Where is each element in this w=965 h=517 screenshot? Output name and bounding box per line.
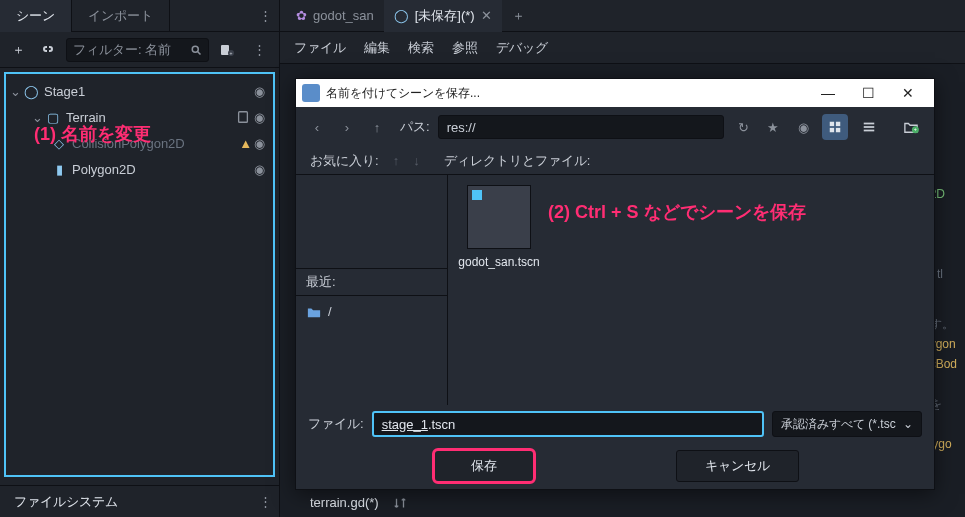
svg-text:+: + — [914, 126, 917, 132]
refresh-icon[interactable]: ↻ — [732, 116, 754, 138]
favorite-icon[interactable]: ★ — [762, 116, 784, 138]
visibility-icon[interactable]: ◉ — [252, 84, 267, 99]
character-icon: ✿ — [296, 8, 307, 23]
close-icon[interactable]: ✕ — [888, 85, 928, 101]
editor-tabs: ✿ godot_san ◯ [未保存](*) ✕ ＋ — [280, 0, 965, 32]
panel-more-icon[interactable]: ⋮ — [251, 8, 279, 23]
favorites-label: お気に入り: — [310, 152, 379, 170]
tab-godot-san[interactable]: ✿ godot_san — [286, 0, 384, 32]
collisionpolygon-icon: ◇ — [50, 136, 68, 151]
scene-filter-input[interactable]: フィルター: 名前 — [66, 38, 209, 62]
recent-label: 最近: — [296, 268, 447, 296]
visibility-icon[interactable]: ◉ — [252, 110, 267, 125]
recent-item[interactable]: / — [306, 304, 437, 319]
script-tabs: terrain.gd(*) — [296, 487, 423, 517]
maximize-icon[interactable]: ☐ — [848, 85, 888, 101]
close-icon[interactable]: ✕ — [481, 8, 492, 23]
move-up-icon[interactable]: ↑ — [393, 153, 400, 168]
svg-rect-9 — [836, 128, 840, 132]
add-node-icon[interactable]: ＋ — [6, 38, 30, 62]
list-view-icon[interactable] — [856, 114, 882, 140]
cancel-button[interactable]: キャンセル — [676, 450, 799, 482]
svg-rect-11 — [864, 126, 875, 128]
svg-rect-5 — [239, 112, 248, 123]
back-icon[interactable]: ‹ — [306, 116, 328, 138]
svg-rect-8 — [830, 128, 834, 132]
script-menubar: ファイル 編集 検索 参照 デバッグ — [280, 32, 965, 64]
file-thumbnail — [467, 185, 531, 249]
toolbar-more-icon[interactable]: ⋮ — [245, 42, 273, 57]
svg-rect-7 — [836, 122, 840, 126]
favorites-list[interactable] — [296, 175, 447, 268]
filename-input[interactable]: stage_1.tscn — [372, 411, 764, 437]
polygon2d-icon: ▮ — [50, 162, 68, 177]
search-icon — [190, 44, 202, 56]
tree-node-root[interactable]: ⌄ ◯ Stage1 ◉ — [6, 78, 273, 104]
grid-view-icon[interactable] — [822, 114, 848, 140]
file-label: ファイル: — [308, 415, 364, 433]
scene-tree: ⌄ ◯ Stage1 ◉ ⌄ ▢ Terrain ◉ ◇ CollisionPo… — [4, 72, 275, 477]
svg-rect-10 — [864, 123, 875, 125]
tab-scene[interactable]: シーン — [0, 0, 72, 32]
tab-unsaved[interactable]: ◯ [未保存](*) ✕ — [384, 0, 502, 32]
panel-more-icon[interactable]: ⋮ — [251, 494, 279, 509]
move-down-icon[interactable]: ↓ — [413, 153, 420, 168]
dialog-titlebar[interactable]: 名前を付けてシーンを保存... — ☐ ✕ — [296, 79, 934, 107]
tab-import[interactable]: インポート — [72, 0, 170, 32]
script-tab-terrain[interactable]: terrain.gd(*) — [296, 489, 393, 516]
show-hidden-icon[interactable]: ◉ — [792, 116, 814, 138]
menu-goto[interactable]: 参照 — [452, 39, 478, 57]
file-browser[interactable]: godot_san.tscn — [448, 175, 934, 405]
menu-search[interactable]: 検索 — [408, 39, 434, 57]
chevron-down-icon[interactable]: ⌄ — [8, 84, 22, 99]
warning-icon[interactable]: ▲ — [239, 136, 252, 151]
filetype-select[interactable]: 承認済みすべて (*.tsc ⌄ — [772, 411, 922, 437]
scene-panel-tabs: シーン インポート ⋮ — [0, 0, 279, 32]
plus-icon: ＋ — [512, 7, 525, 25]
recent-list[interactable]: / — [296, 296, 447, 405]
forward-icon[interactable]: › — [336, 116, 358, 138]
staticbody-icon: ▢ — [44, 110, 62, 125]
svg-point-0 — [192, 46, 198, 52]
scene-toolbar: ＋ フィルター: 名前 + ⋮ — [0, 32, 279, 68]
attach-script-icon[interactable]: + — [215, 38, 239, 62]
chevron-down-icon[interactable]: ⌄ — [30, 110, 44, 125]
dialog-nav: ‹ › ↑ パス: res:// ↻ ★ ◉ + — [296, 107, 934, 147]
dir-file-label: ディレクトリとファイル: — [444, 152, 591, 170]
save-scene-dialog: 名前を付けてシーンを保存... — ☐ ✕ ‹ › ↑ パス: res:// ↻… — [295, 78, 935, 490]
minimize-icon[interactable]: — — [808, 85, 848, 101]
save-button[interactable]: 保存 — [432, 448, 536, 484]
tree-node-collision[interactable]: ◇ CollisionPolygon2D ▲ ◉ — [6, 130, 273, 156]
visibility-icon[interactable]: ◉ — [252, 162, 267, 177]
add-tab[interactable]: ＋ — [502, 0, 535, 32]
tab-filesystem[interactable]: ファイルシステム — [0, 486, 132, 518]
menu-debug[interactable]: デバッグ — [496, 39, 548, 57]
path-label: パス: — [400, 118, 430, 136]
link-icon[interactable] — [36, 38, 60, 62]
up-icon[interactable]: ↑ — [366, 116, 388, 138]
svg-rect-2 — [221, 45, 229, 55]
node2d-icon: ◯ — [22, 84, 40, 99]
chevron-down-icon: ⌄ — [903, 417, 913, 431]
visibility-icon[interactable]: ◉ — [252, 136, 267, 151]
tree-node-terrain[interactable]: ⌄ ▢ Terrain ◉ — [6, 104, 273, 130]
path-input[interactable]: res:// — [438, 115, 724, 139]
folder-icon — [306, 305, 322, 319]
svg-text:+: + — [230, 50, 233, 56]
tree-node-polygon[interactable]: ▮ Polygon2D ◉ — [6, 156, 273, 182]
svg-rect-12 — [864, 130, 875, 132]
new-folder-icon[interactable]: + — [898, 114, 924, 140]
node2d-icon: ◯ — [394, 8, 409, 23]
file-item[interactable]: godot_san.tscn — [458, 185, 540, 269]
sort-icon[interactable] — [393, 496, 423, 510]
svg-rect-6 — [830, 122, 834, 126]
menu-edit[interactable]: 編集 — [364, 39, 390, 57]
filesystem-panel-tab: ファイルシステム ⋮ — [0, 485, 279, 517]
script-icon[interactable] — [234, 110, 252, 124]
svg-line-1 — [198, 51, 201, 54]
godot-icon — [302, 84, 320, 102]
menu-file[interactable]: ファイル — [294, 39, 346, 57]
